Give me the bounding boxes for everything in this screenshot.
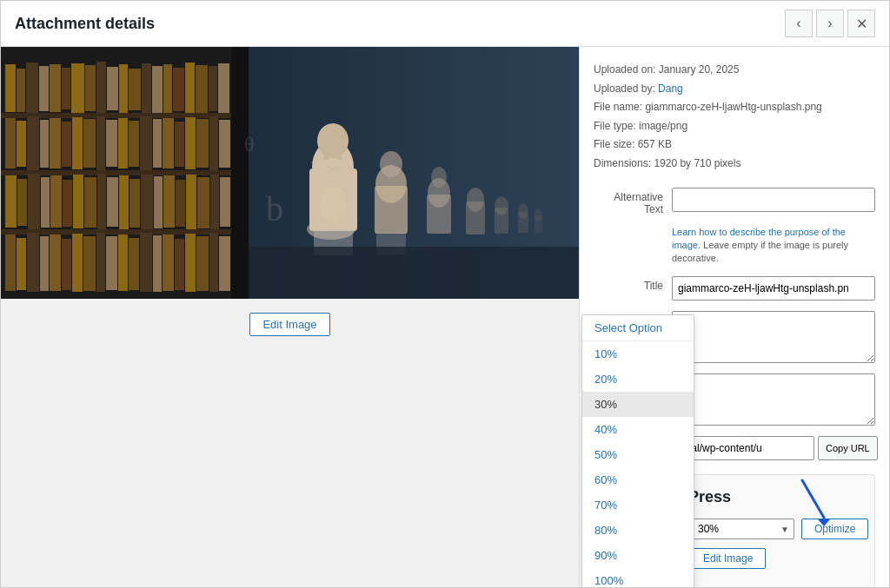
title-row: Title [594, 276, 875, 301]
attachment-image: b θ [1, 47, 579, 299]
svg-rect-53 [107, 177, 118, 227]
dropdown-item-30[interactable]: 30% [582, 392, 694, 417]
dimensions-value: 1920 by 710 pixels [654, 157, 741, 169]
svg-rect-21 [218, 63, 229, 114]
alt-text-label: Alternative Text [594, 188, 672, 215]
file-type-value: image/png [639, 120, 687, 132]
dropdown-item-60[interactable]: 60% [582, 467, 694, 492]
title-input[interactable] [672, 276, 875, 301]
svg-rect-69 [50, 235, 61, 291]
svg-rect-14 [142, 63, 151, 115]
svg-rect-25 [27, 116, 39, 170]
optimize-select[interactable]: Select Option 10% 20% 30% 40% 50% 60% 70… [690, 519, 794, 539]
svg-rect-46 [28, 174, 40, 229]
svg-rect-3 [17, 69, 25, 112]
svg-rect-59 [176, 180, 185, 227]
svg-point-97 [380, 151, 402, 177]
dropdown-item-20[interactable]: 20% [582, 367, 694, 392]
edit-image-thumbpress-button[interactable]: Edit Image [690, 548, 766, 569]
dropdown-item-10[interactable]: 10% [582, 341, 694, 367]
svg-rect-26 [40, 120, 49, 168]
attachment-details-window: Attachment details ‹ › ✕ [0, 0, 890, 588]
svg-rect-78 [153, 235, 162, 292]
details-panel: Uploaded on: January 20, 2025 Uploaded b… [579, 47, 889, 587]
svg-rect-5 [39, 66, 49, 111]
svg-rect-24 [17, 121, 26, 167]
svg-rect-44 [5, 175, 17, 228]
svg-rect-15 [152, 66, 163, 113]
arrow-indicator [794, 476, 837, 531]
svg-rect-38 [175, 122, 184, 167]
file-size-row: File size: 657 KB [594, 135, 875, 155]
svg-rect-4 [26, 63, 38, 115]
nav-prev-button[interactable]: ‹ [785, 10, 813, 37]
dropdown-header[interactable]: Select Option [582, 315, 694, 341]
svg-rect-73 [96, 233, 105, 292]
svg-rect-71 [72, 234, 83, 292]
svg-rect-48 [50, 175, 62, 228]
svg-rect-66 [17, 238, 26, 290]
file-name-label: File name: [594, 101, 642, 113]
svg-rect-13 [129, 69, 141, 110]
dimensions-label: Dimensions: [594, 157, 651, 169]
svg-rect-10 [96, 62, 106, 115]
svg-rect-41 [209, 116, 218, 170]
svg-rect-63 [220, 177, 230, 227]
url-input-wrapper: Copy URL [672, 436, 878, 460]
svg-marker-118 [818, 519, 830, 526]
svg-rect-49 [63, 180, 72, 227]
uploaded-by-label: Uploaded by: [594, 83, 655, 95]
file-type-label: File type: [594, 120, 636, 132]
meta-info: Uploaded on: January 20, 2025 Uploaded b… [594, 61, 875, 174]
edit-image-top-button[interactable]: Edit Image [249, 313, 329, 336]
dropdown-item-90[interactable]: 90% [582, 543, 694, 568]
titlebar: Attachment details ‹ › ✕ [1, 1, 889, 47]
nav-next-button[interactable]: › [816, 10, 844, 37]
svg-rect-72 [83, 236, 96, 291]
close-button[interactable]: ✕ [847, 10, 875, 37]
svg-line-117 [802, 480, 824, 518]
image-panel: b θ Edit Image [1, 47, 579, 587]
copy-url-button[interactable]: Copy URL [818, 436, 878, 460]
select-wrapper: Select Option 10% 20% 30% 40% 50% 60% 70… [690, 519, 794, 539]
svg-rect-8 [71, 63, 84, 114]
svg-text:b: b [266, 189, 283, 228]
titlebar-controls: ‹ › ✕ [785, 10, 875, 37]
svg-rect-17 [173, 68, 184, 111]
dropdown-item-80[interactable]: 80% [582, 518, 694, 543]
svg-rect-65 [5, 235, 16, 291]
svg-rect-79 [163, 235, 174, 291]
dropdown-item-50[interactable]: 50% [582, 442, 694, 467]
svg-rect-68 [40, 236, 49, 291]
dropdown-item-70[interactable]: 70% [582, 492, 694, 518]
uploaded-by-row: Uploaded by: Dang [594, 80, 875, 99]
svg-rect-11 [107, 67, 118, 110]
svg-rect-7 [62, 68, 70, 109]
content-area: b θ Edit Image Uploaded on: January 20, … [1, 47, 889, 587]
svg-rect-110 [249, 247, 579, 299]
svg-rect-61 [197, 177, 209, 228]
svg-rect-2 [5, 64, 16, 112]
svg-rect-77 [140, 233, 152, 292]
svg-rect-85 [231, 47, 249, 299]
svg-rect-19 [196, 65, 208, 113]
svg-rect-83 [209, 233, 218, 292]
dropdown-overlay: Select Option 10% 20% 30% 40% 50% 60% 70… [581, 314, 694, 587]
arrow-svg [794, 476, 837, 528]
svg-rect-54 [119, 175, 129, 229]
alt-text-input[interactable] [672, 188, 875, 212]
caption-textarea[interactable] [672, 311, 875, 363]
window-title: Attachment details [15, 15, 155, 33]
dropdown-item-40[interactable]: 40% [582, 417, 694, 442]
svg-rect-34 [129, 121, 139, 167]
svg-rect-12 [119, 64, 128, 113]
uploaded-by-link[interactable]: Dang [658, 83, 683, 95]
svg-rect-18 [185, 63, 195, 115]
svg-rect-84 [219, 236, 230, 291]
description-textarea[interactable] [672, 373, 875, 426]
svg-rect-50 [73, 175, 83, 228]
svg-rect-47 [41, 177, 50, 228]
file-size-value: 657 KB [638, 138, 672, 150]
dropdown-item-100[interactable]: 100% [582, 568, 694, 587]
uploaded-on-row: Uploaded on: January 20, 2025 [594, 61, 875, 80]
